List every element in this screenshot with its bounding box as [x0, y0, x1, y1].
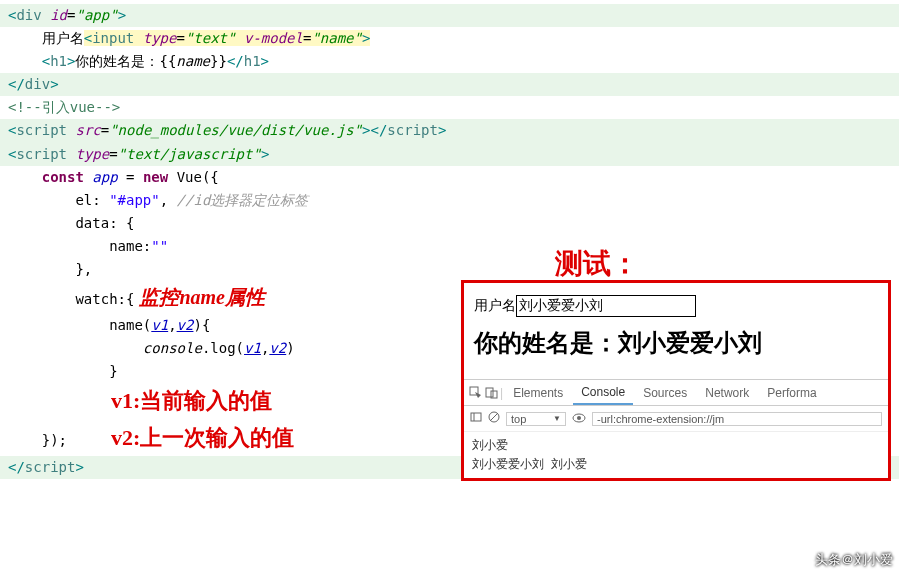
tab-performance[interactable]: Performa — [759, 382, 824, 404]
code-line: data: { — [0, 212, 899, 235]
test-panel: 用户名 你的姓名是：刘小爱爱小刘 | Elements Console Sour… — [461, 280, 891, 481]
code-line: <script type="text/javascript"> — [0, 143, 899, 166]
annotation-v2: v2:上一次输入的值 — [67, 425, 294, 450]
tab-elements[interactable]: Elements — [505, 382, 571, 404]
device-icon[interactable] — [484, 386, 498, 400]
console-line: 刘小爱 — [472, 436, 880, 455]
annotation-v1: v1:当前输入的值 — [67, 388, 272, 413]
watermark: 头条＠刘小爱 — [815, 551, 893, 569]
username-input[interactable] — [516, 295, 696, 317]
clear-icon[interactable] — [488, 411, 500, 426]
eye-icon[interactable] — [572, 412, 586, 426]
svg-rect-1 — [486, 388, 493, 397]
code-line: const app = new Vue({ — [0, 166, 899, 189]
devtools-toolbar: top ▼ -url:chrome-extension://jm — [464, 406, 888, 432]
tab-network[interactable]: Network — [697, 382, 757, 404]
console-output: 刘小爱 刘小爱爱小刘 刘小爱 — [464, 432, 888, 478]
code-line: <div id="app"> — [0, 4, 899, 27]
tab-console[interactable]: Console — [573, 381, 633, 405]
code-line: name:"" — [0, 235, 899, 258]
svg-point-8 — [577, 416, 581, 420]
code-line: <script src="node_modules/vue/dist/vue.j… — [0, 119, 899, 142]
annotation-watch: 监控name属性 — [134, 286, 265, 308]
code-line: }, — [0, 258, 899, 281]
inspect-icon[interactable] — [468, 386, 482, 400]
svg-rect-3 — [471, 413, 481, 421]
code-line: el: "#app", //id选择器定位标签 — [0, 189, 899, 212]
console-line: 刘小爱爱小刘 刘小爱 — [472, 455, 880, 474]
code-line: <!--引入vue--> — [0, 96, 899, 119]
code-line: 用户名<input type="text" v-model="name"> — [0, 27, 899, 50]
code-line: </div> — [0, 73, 899, 96]
output-heading: 你的姓名是：刘小爱爱小刘 — [474, 327, 878, 359]
devtools: | Elements Console Sources Network Perfo… — [464, 379, 888, 478]
filter-input[interactable]: -url:chrome-extension://jm — [592, 412, 882, 426]
devtools-tabs: | Elements Console Sources Network Perfo… — [464, 380, 888, 406]
test-title: 测试： — [555, 245, 639, 283]
svg-line-6 — [490, 413, 498, 421]
sidebar-toggle-icon[interactable] — [470, 411, 482, 426]
tab-sources[interactable]: Sources — [635, 382, 695, 404]
context-selector[interactable]: top ▼ — [506, 412, 566, 426]
code-line: <h1>你的姓名是：{{name}}</h1> — [0, 50, 899, 73]
username-label: 用户名 — [474, 297, 516, 313]
